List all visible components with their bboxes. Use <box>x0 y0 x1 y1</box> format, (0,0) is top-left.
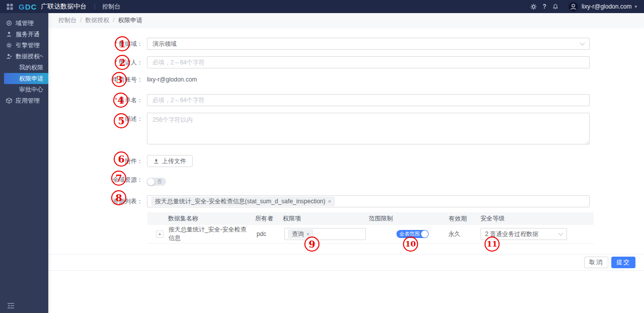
user-dropdown-caret-icon[interactable]: ▾ <box>634 4 637 9</box>
annotation-marker-4: 4 <box>113 93 128 108</box>
sidebar-item-service-open[interactable]: 服务开通 <box>0 29 48 40</box>
breadcrumb-data-auth[interactable]: 数据授权 <box>85 16 109 25</box>
col-header-security: 安全等级 <box>475 214 594 223</box>
dataset-name: 按天总量统计_安全-安全检查信息 <box>169 225 247 243</box>
description-label: 描述： <box>48 113 147 125</box>
submit-button[interactable]: 提交 <box>611 257 635 268</box>
resource-tag: 按天总量统计_安全-安全检查信息(stat_sum_d_safe_inspect… <box>151 197 335 206</box>
user-email[interactable]: lixy-r@glodon.com <box>582 3 632 10</box>
permission-apply-form: *数据域： 演示领域 *申请人： 申请账号： lixy-r@glodon.com… <box>48 27 644 313</box>
account-value: lixy-r@glodon.com <box>147 75 590 84</box>
sidebar-item-label: 服务开通 <box>16 30 40 39</box>
breadcrumb: 控制台 / 数据授权 / 权限申请 <box>48 13 644 27</box>
service-icon <box>6 31 12 37</box>
data-auth-user-icon <box>6 53 12 59</box>
permission-tag-text: 查询 <box>292 230 304 239</box>
sidebar-subitem-label: 我的权限 <box>19 63 43 72</box>
form-name-input[interactable] <box>147 94 590 106</box>
annotation-marker-1: 1 <box>115 36 130 51</box>
data-domain-value: 演示领域 <box>152 40 177 48</box>
resource-list-label: 资源列表： <box>48 195 147 207</box>
annotation-marker-11: 11 <box>485 237 500 252</box>
description-textarea[interactable] <box>147 113 590 144</box>
sidebar-item-label: 数据授权 <box>16 52 40 61</box>
owner-value: pdc <box>247 230 276 238</box>
sidebar-subitem-permission-apply[interactable]: 权限申请 <box>4 73 48 84</box>
user-avatar[interactable] <box>569 2 578 12</box>
breadcrumb-separator: / <box>80 17 82 24</box>
validity-value: 永久 <box>443 230 475 239</box>
annotation-marker-7: 7 <box>111 171 126 186</box>
topbar: GDC 广联达数据中台 控制台 ? lixy-r@glodon.com ▾ <box>0 0 644 13</box>
sidebar-subitem-label: 审批中心 <box>19 86 43 94</box>
col-header-scope: 范围限制 <box>365 214 443 223</box>
sidebar-item-domain-mgmt[interactable]: 域管理 <box>0 18 48 29</box>
sidebar-item-app-mgmt[interactable]: 应用管理 <box>0 95 48 106</box>
sidebar-subitem-approval-center[interactable]: 审批中心 <box>0 84 48 95</box>
main-area: 控制台 / 数据授权 / 权限申请 *数据域： 演示领域 *申请人： 申请账号： <box>48 13 644 313</box>
col-header-owner: 所有者 <box>247 214 276 223</box>
upload-icon <box>153 159 159 164</box>
sidebar-collapse-icon[interactable] <box>7 302 15 309</box>
product-name: 广联达数据中台 <box>41 2 87 11</box>
topbar-console-link[interactable]: 控制台 <box>102 3 120 11</box>
row-expand-button[interactable]: + <box>156 230 164 238</box>
sidebar-item-label: 引擎管理 <box>16 41 40 50</box>
breadcrumb-console[interactable]: 控制台 <box>58 16 76 25</box>
table-header-row: 数据集名称 所有者 权限项 范围限制 有效期 安全等级 <box>147 212 594 225</box>
annotation-marker-10: 10 <box>403 237 418 252</box>
data-domain-label: *数据域： <box>48 38 147 50</box>
form-footer: 取消 提交 <box>48 254 644 271</box>
form-name-label: *表单名： <box>48 94 147 106</box>
apps-grid-icon[interactable] <box>7 4 13 10</box>
domain-icon <box>6 20 12 26</box>
applicant-label: *申请人： <box>48 56 147 68</box>
annotation-marker-8: 8 <box>111 190 126 205</box>
tag-close-icon[interactable]: × <box>328 198 331 204</box>
sidebar-item-label: 域管理 <box>16 19 34 28</box>
chevron-down-icon <box>580 40 585 45</box>
tag-close-icon[interactable]: × <box>306 231 309 237</box>
upload-file-button[interactable]: 上传文件 <box>147 155 193 167</box>
account-label: 申请账号： <box>48 75 147 84</box>
cancel-button[interactable]: 取消 <box>584 257 608 268</box>
engine-gear-icon <box>6 42 12 48</box>
global-resource-toggle[interactable]: 否 <box>147 178 166 186</box>
breadcrumb-separator: / <box>113 17 114 24</box>
sidebar-subitem-my-permissions[interactable]: 我的权限 <box>0 62 48 73</box>
applicant-input[interactable] <box>147 56 590 68</box>
breadcrumb-current-page: 权限申请 <box>118 16 142 25</box>
annotation-marker-6: 6 <box>114 151 129 167</box>
annotation-marker-2: 2 <box>115 55 130 70</box>
table-row: + 按天总量统计_安全-安全检查信息 pdc 查询 × 全表范围 <box>147 225 594 244</box>
sidebar: 域管理 服务开通 引擎管理 数据授权 我的权限 权限申请 <box>0 13 48 313</box>
col-header-validity: 有效期 <box>443 214 475 223</box>
brand-logo[interactable]: GDC <box>19 3 37 11</box>
sidebar-item-label: 应用管理 <box>16 97 40 105</box>
app-cube-icon <box>6 98 12 104</box>
notification-bell-icon[interactable] <box>552 4 558 10</box>
help-icon[interactable]: ? <box>543 3 546 10</box>
sidebar-item-data-auth[interactable]: 数据授权 <box>0 51 48 62</box>
global-resource-label: 全域资源： <box>48 176 147 184</box>
chevron-down-icon <box>558 230 564 236</box>
sidebar-subitem-label: 权限申请 <box>19 74 43 83</box>
data-domain-select[interactable]: 演示领域 <box>147 38 590 50</box>
col-header-permission: 权限项 <box>276 214 365 223</box>
permission-select[interactable]: 查询 × <box>284 228 366 240</box>
annotation-marker-9: 9 <box>304 237 319 252</box>
toggle-knob <box>147 178 155 186</box>
resource-tag-text: 按天总量统计_安全-安全检查信息(stat_sum_d_safe_inspect… <box>155 197 326 206</box>
annotation-marker-5: 5 <box>114 113 129 128</box>
settings-gear-icon[interactable] <box>530 4 537 10</box>
topbar-divider <box>95 4 95 10</box>
annotation-marker-3: 3 <box>112 72 127 87</box>
upload-file-button-label: 上传文件 <box>162 157 186 166</box>
attachment-label: 附件： <box>48 155 147 167</box>
resource-table: 数据集名称 所有者 权限项 范围限制 有效期 安全等级 + 按天总量统计_安全-… <box>147 212 594 244</box>
toggle-knob <box>421 230 428 238</box>
toggle-off-label: 否 <box>157 178 162 185</box>
col-header-dataset: 数据集名称 <box>147 214 247 223</box>
resource-list-input[interactable]: 按天总量统计_安全-安全检查信息(stat_sum_d_safe_inspect… <box>147 195 590 207</box>
sidebar-item-engine-mgmt[interactable]: 引擎管理 <box>0 40 48 51</box>
